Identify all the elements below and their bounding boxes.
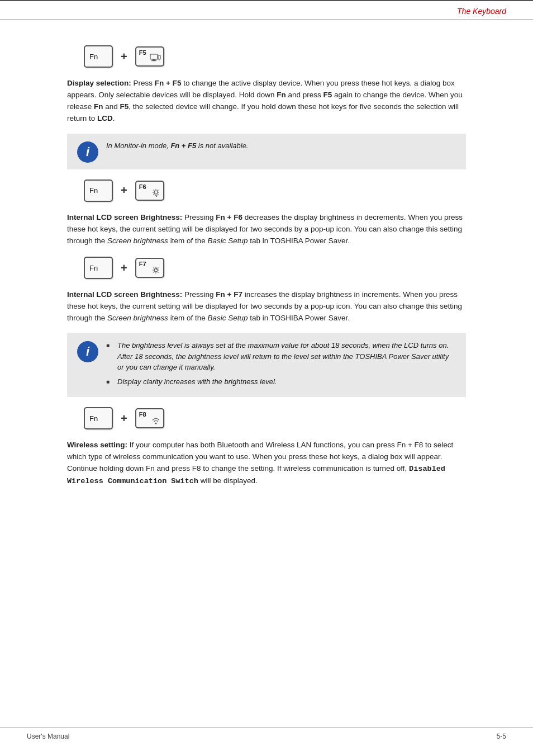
info-circle-f7: i <box>77 341 98 362</box>
fn-f5-title: Display selection: <box>67 79 131 87</box>
svg-line-10 <box>153 190 154 191</box>
info-text-f5: In Monitor-in mode, Fn + F5 is not avail… <box>106 140 248 152</box>
svg-line-13 <box>153 194 154 195</box>
info-icon-f7: i <box>77 341 98 362</box>
section-fn-f5: Fn + F5 <box>67 45 466 169</box>
key-f8-label: F8 <box>139 411 146 418</box>
info-text-f7: The brightness level is always set at th… <box>106 340 456 390</box>
key-f7-label: F7 <box>139 261 146 267</box>
svg-rect-0 <box>150 54 158 59</box>
fn-f5-text: Display selection: Press Fn + F5 to chan… <box>67 78 466 125</box>
brightness-down-icon: ▼ <box>151 189 161 198</box>
key-f5-label: F5 <box>139 49 146 56</box>
section-fn-f7: Fn + F7 <box>67 257 466 397</box>
key-f7: F7 ▲ <box>135 258 164 278</box>
plus-3: + <box>121 262 127 275</box>
svg-rect-3 <box>158 55 160 59</box>
key-fn-label-4: Fn <box>89 414 98 423</box>
key-fn-4: Fn <box>84 407 113 429</box>
header-title: The Keyboard <box>457 7 506 16</box>
key-combo-fn-f8: Fn + F8 <box>84 407 466 429</box>
key-f6-label: F6 <box>139 183 146 190</box>
fn-f8-title: Wireless setting: <box>67 441 127 449</box>
key-fn-1: Fn <box>84 45 113 68</box>
disabled-wireless-text: Disabled Wireless Communication Switch <box>67 465 445 485</box>
info-list-item-2: Display clarity increases with the brigh… <box>106 376 456 388</box>
info-icon-f5: i <box>77 141 98 163</box>
plus-4: + <box>121 412 127 425</box>
info-circle-f5: i <box>77 141 98 163</box>
fn-f6-title: Internal LCD screen Brightness: <box>67 213 182 221</box>
display-icon <box>150 54 161 64</box>
svg-line-23 <box>153 272 154 273</box>
key-fn-2: Fn <box>84 179 113 202</box>
key-fn-label-2: Fn <box>89 186 98 195</box>
svg-text:▲: ▲ <box>155 267 158 270</box>
key-fn-3: Fn <box>84 257 113 279</box>
footer-right: 5-5 <box>497 733 506 740</box>
key-f6: F6 ▼ <box>135 181 164 201</box>
wireless-icon <box>151 417 161 426</box>
key-f5: F5 <box>135 46 164 67</box>
info-list-f7: The brightness level is always set at th… <box>106 340 456 387</box>
plus-1: + <box>121 50 127 63</box>
brightness-up-icon: ▲ <box>151 266 161 275</box>
svg-point-5 <box>154 191 158 194</box>
svg-line-21 <box>158 272 159 273</box>
fn-f8-text: Wireless setting: If your computer has b… <box>67 440 466 488</box>
info-list-item-1: The brightness level is always set at th… <box>106 340 456 373</box>
key-f8: F8 <box>135 408 164 428</box>
info-box-f5: i In Monitor-in mode, Fn + F5 is not ava… <box>67 134 466 169</box>
fn-f6-text: Internal LCD screen Brightness: Pressing… <box>67 212 466 247</box>
svg-line-20 <box>153 268 154 269</box>
key-fn-label-3: Fn <box>89 264 98 272</box>
section-fn-f6: Fn + F6 <box>67 179 466 247</box>
svg-rect-1 <box>153 59 155 60</box>
plus-2: + <box>121 184 127 197</box>
key-combo-fn-f6: Fn + F6 <box>84 179 466 202</box>
main-content: Fn + F5 <box>0 20 533 519</box>
fn-f7-text: Internal LCD screen Brightness: Pressing… <box>67 289 466 324</box>
footer-left: User's Manual <box>27 733 69 740</box>
svg-line-12 <box>158 190 159 191</box>
svg-text:▼: ▼ <box>155 194 158 197</box>
key-combo-fn-f5: Fn + F5 <box>84 45 466 68</box>
page-footer: User's Manual 5-5 <box>0 727 533 745</box>
page-header: The Keyboard <box>0 1 533 20</box>
key-combo-fn-f7: Fn + F7 <box>84 257 466 279</box>
page-container: The Keyboard Fn + F5 <box>0 0 533 756</box>
info-box-f7: i The brightness level is always set at … <box>67 333 466 397</box>
svg-rect-2 <box>151 60 156 61</box>
section-fn-f8: Fn + F8 Wireless setting <box>67 407 466 488</box>
svg-point-25 <box>155 423 156 424</box>
key-fn-label-1: Fn <box>89 53 98 61</box>
fn-f7-title: Internal LCD screen Brightness: <box>67 290 182 299</box>
